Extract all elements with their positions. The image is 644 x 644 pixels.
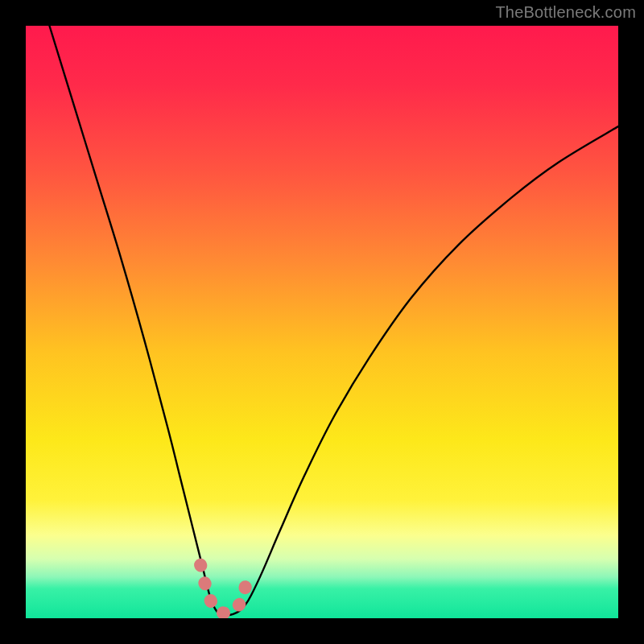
plot-area [26,26,618,618]
watermark-text: TheBottleneck.com [495,3,636,22]
optimal-range-marker [200,565,247,613]
outer-frame: TheBottleneck.com [0,0,644,644]
chart-svg [26,26,618,618]
bottleneck-curve [49,26,618,616]
